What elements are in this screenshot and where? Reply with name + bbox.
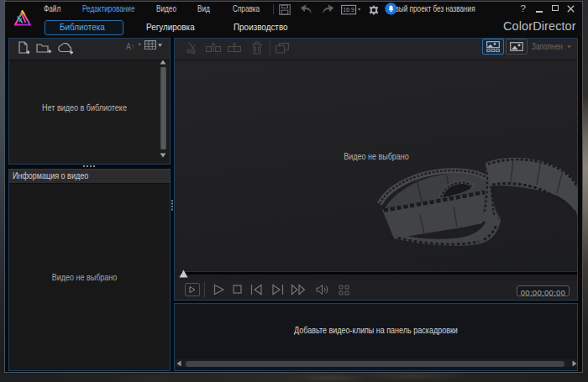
svg-text:16:9: 16:9 [343, 7, 354, 13]
